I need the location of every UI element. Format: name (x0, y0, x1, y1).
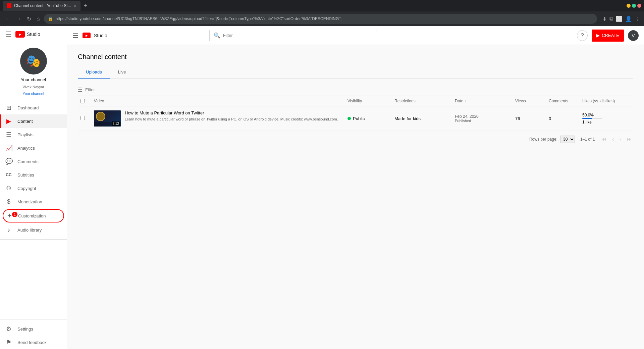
nav-item-dashboard[interactable]: ⊞ Dashboard (0, 101, 67, 114)
sort-icon: ↓ (465, 99, 467, 103)
downloads-icon[interactable]: ⬇ (602, 16, 607, 22)
close-button[interactable] (637, 4, 641, 8)
video-title[interactable]: How to Mute a Particular Word on Twitter (125, 110, 342, 115)
nav-item-audio-library[interactable]: ♪ Audio library (0, 223, 67, 237)
minimize-button[interactable] (627, 4, 631, 8)
last-page-button[interactable]: ⏭ (625, 135, 633, 144)
row-visibility-cell: Public (345, 116, 392, 121)
subtitles-label: Subtitles (17, 172, 34, 178)
video-description: Learn how to mute a particular word or p… (125, 117, 342, 122)
app: ☰ Studio 🎭 Your channel Vivek Nayyar You… (0, 26, 644, 349)
table-row: 3:12 How to Mute a Particular Word on Tw… (78, 106, 633, 131)
profile-icon[interactable]: 👤 (625, 16, 632, 22)
main-content: ☰ ▶ Studio 🔍 ? ▶ CREATE V (67, 26, 644, 349)
row-video-cell: 3:12 How to Mute a Particular Word on Tw… (91, 110, 345, 127)
select-all-checkbox[interactable] (80, 99, 85, 103)
home-button[interactable]: ⌂ (35, 14, 41, 23)
search-icon: 🔍 (214, 32, 220, 39)
tab-title: Channel content - YouTube St... (14, 3, 71, 8)
tabs: Uploads Live (78, 66, 633, 79)
nav-item-playlists[interactable]: ☰ Playlists (0, 128, 67, 141)
new-tab-button[interactable]: + (84, 2, 88, 9)
analytics-label: Analytics (17, 146, 35, 151)
likes-bar-container (582, 118, 602, 119)
topbar-hamburger-icon[interactable]: ☰ (72, 32, 78, 40)
nav-item-comments[interactable]: 💬 Comments (0, 155, 67, 168)
thumb-person (96, 112, 105, 121)
page-title: Channel content (78, 53, 633, 61)
video-thumbnail[interactable]: 3:12 (94, 110, 121, 127)
create-button[interactable]: ▶ CREATE (592, 30, 624, 42)
filter-row: ☰ (78, 84, 633, 96)
yt-studio-logo[interactable]: Studio (15, 31, 40, 38)
address-bar-row: ← → ↻ ⌂ 🔒 https://studio.youtube.com/cha… (0, 11, 644, 26)
browser-chrome: Channel content - YouTube St... × + (0, 0, 644, 11)
bottom-divider (0, 319, 67, 319)
extensions-icon[interactable]: ⬜ (616, 16, 623, 22)
customization-badge: 1 (12, 212, 17, 217)
row-date-cell: Feb 24, 2020 Published (452, 114, 513, 123)
header-date[interactable]: Date ↓ (452, 99, 513, 103)
customization-icon: ✦ (6, 212, 13, 219)
views-value: 76 (515, 116, 520, 121)
filter-input[interactable] (85, 87, 142, 92)
video-duration: 3:12 (112, 121, 120, 126)
user-avatar[interactable]: V (628, 30, 639, 41)
nav-item-content[interactable]: ▶ Content (0, 114, 67, 128)
row-comments-cell: 0 (546, 116, 580, 121)
audio-library-label: Audio library (17, 228, 42, 233)
table-header: Video Visibility Restrictions Date ↓ Vie… (78, 96, 633, 106)
dashboard-icon: ⊞ (5, 104, 12, 111)
pagination: Rows per page: 30 1–1 of 1 ⏮ ‹ › ⏭ (78, 131, 633, 148)
search-input[interactable] (223, 33, 373, 38)
help-button[interactable]: ? (577, 30, 588, 41)
feedback-label: Send feedback (17, 340, 47, 345)
back-button[interactable]: ← (4, 14, 12, 23)
filter-icon[interactable]: ☰ (78, 87, 83, 93)
nav-item-subtitles[interactable]: CC Subtitles (0, 168, 67, 182)
nav-item-customization[interactable]: ✦ Customization 1 (3, 209, 64, 222)
user-initial: V (632, 33, 635, 38)
maximize-button[interactable] (632, 4, 636, 8)
create-icon: ▶ (596, 33, 600, 38)
forward-button[interactable]: → (15, 14, 23, 23)
nav-item-send-feedback[interactable]: ⚑ Send feedback (0, 336, 67, 349)
sidebar-header: ☰ Studio (0, 26, 67, 42)
tab-uploads[interactable]: Uploads (78, 66, 110, 79)
lock-icon: 🔒 (48, 16, 53, 21)
browser-actions: ⬇ ⧉ ⬜ 👤 ⋮ (602, 16, 640, 22)
channel-name: Your channel (21, 77, 46, 82)
next-page-button[interactable]: › (618, 135, 623, 144)
hamburger-icon[interactable]: ☰ (5, 30, 11, 38)
first-page-button[interactable]: ⏮ (600, 135, 608, 144)
reload-button[interactable]: ↻ (25, 14, 33, 23)
nav-item-analytics[interactable]: 📈 Analytics (0, 141, 67, 155)
nav-item-settings[interactable]: ⚙ Settings (0, 322, 67, 336)
copyright-icon: © (5, 185, 12, 192)
settings-icon: ⚙ (5, 325, 12, 333)
nav-item-monetization[interactable]: $ Monetization (0, 195, 67, 208)
your-channel-link[interactable]: Your channel (23, 92, 44, 96)
rows-per-page-select[interactable]: 30 (560, 136, 575, 143)
topbar-logo[interactable]: ▶ Studio (83, 33, 107, 38)
row-checkbox-cell (78, 116, 91, 121)
create-label: CREATE (602, 33, 619, 38)
address-bar[interactable]: 🔒 https://studio.youtube.com/channel/UC3… (44, 14, 597, 24)
nav-item-copyright[interactable]: © Copyright (0, 182, 67, 195)
likes-pct: 50.0% (582, 113, 631, 117)
channel-avatar[interactable]: 🎭 (20, 48, 47, 74)
bookmarks-icon[interactable]: ⧉ (609, 16, 613, 22)
row-checkbox[interactable] (80, 116, 85, 120)
monetization-label: Monetization (17, 199, 42, 204)
browser-tab[interactable]: Channel content - YouTube St... × (3, 1, 80, 11)
copyright-label: Copyright (17, 186, 36, 191)
topbar-actions: ? ▶ CREATE V (577, 30, 639, 42)
prev-page-button[interactable]: ‹ (611, 135, 615, 144)
channel-info: 🎭 Your channel Vivek Nayyar Your channel (0, 42, 67, 101)
page-info: 1–1 of 1 (580, 137, 595, 142)
menu-icon[interactable]: ⋮ (635, 16, 640, 22)
url-text: https://studio.youtube.com/channel/UC3lu… (56, 16, 593, 21)
date-value: Feb 24, 2020 (455, 114, 510, 119)
tab-close-icon[interactable]: × (74, 3, 76, 8)
tab-live[interactable]: Live (110, 66, 134, 79)
